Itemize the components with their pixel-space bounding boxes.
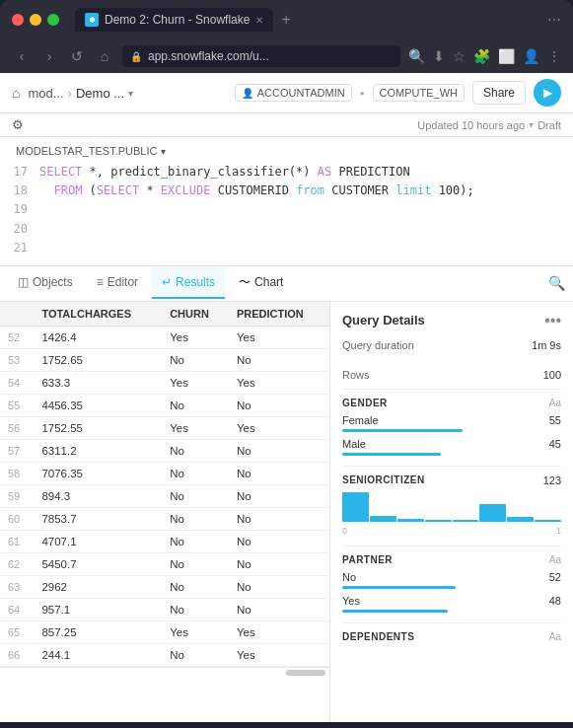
dependents-section: DEPENDENTS Aa bbox=[342, 631, 561, 642]
sql-code-block[interactable]: 17 SELECT *, predict_binary_classifier(*… bbox=[0, 163, 573, 257]
table-row: 62 5450.7 No No bbox=[0, 552, 329, 575]
col-totalcharges[interactable]: TOTALCHARGES bbox=[34, 302, 162, 327]
minimize-window-button[interactable] bbox=[30, 14, 41, 26]
home-icon[interactable]: ⌂ bbox=[12, 85, 20, 101]
run-icon: ▶ bbox=[543, 86, 552, 100]
breadcrumb-current[interactable]: Demo ... ▾ bbox=[76, 86, 133, 101]
col-prediction[interactable]: PREDICTION bbox=[229, 302, 329, 327]
female-bar-wrap bbox=[342, 429, 561, 432]
lock-icon: 🔒 bbox=[130, 51, 142, 62]
app-content: ⌂ mod... › Demo ... ▾ 👤 ACCOUNTADMIN ● C… bbox=[0, 73, 573, 722]
row-number: 53 bbox=[0, 348, 34, 371]
search-icon[interactable]: 🔍 bbox=[408, 48, 425, 64]
female-count: 55 bbox=[549, 414, 561, 426]
browser-sidebar-icon[interactable]: ⬜ bbox=[498, 48, 515, 64]
tab-objects[interactable]: ◫ Objects bbox=[8, 267, 83, 299]
profile-avatar[interactable]: 👤 bbox=[523, 48, 539, 64]
table-row: 52 1426.4 Yes Yes bbox=[0, 326, 329, 348]
panel-title: Query Details bbox=[342, 313, 425, 328]
partner-no-bar-wrap bbox=[342, 586, 561, 589]
cell-prediction: No bbox=[229, 348, 329, 371]
active-browser-tab[interactable]: ❄ Demo 2: Churn - Snowflake ✕ bbox=[75, 8, 273, 32]
download-icon[interactable]: ⬇ bbox=[433, 48, 445, 64]
updated-chevron-icon: ▾ bbox=[529, 119, 534, 130]
table-row: 63 2962 No No bbox=[0, 575, 329, 598]
cell-churn: Yes bbox=[162, 620, 229, 643]
tab-results[interactable]: ↵ Results bbox=[152, 267, 225, 299]
schema-chevron-icon: ▾ bbox=[161, 146, 166, 157]
tab-close-button[interactable]: ✕ bbox=[255, 15, 263, 26]
partner-no-row: No 52 bbox=[342, 571, 561, 583]
cell-totalcharges: 1752.55 bbox=[34, 416, 162, 439]
panel-menu-button[interactable]: ••• bbox=[544, 312, 561, 329]
extensions-icon[interactable]: 🧩 bbox=[473, 48, 490, 64]
results-table[interactable]: TOTALCHARGES CHURN PREDICTION 52 1426.4 … bbox=[0, 302, 330, 722]
window-controls: ⋯ bbox=[547, 12, 561, 28]
query-details-panel: Query Details ••• Query duration 1m 9s R… bbox=[330, 302, 573, 722]
senior-title: SENIORCITIZEN bbox=[342, 474, 425, 485]
scrollbar-thumb[interactable] bbox=[286, 670, 325, 676]
compute-badge[interactable]: COMPUTE_WH bbox=[373, 84, 465, 102]
row-number: 54 bbox=[0, 371, 34, 394]
col-churn[interactable]: CHURN bbox=[162, 302, 229, 327]
breadcrumb-separator: › bbox=[68, 86, 72, 101]
data-table: TOTALCHARGES CHURN PREDICTION 52 1426.4 … bbox=[0, 302, 329, 667]
tab-search-icon[interactable]: 🔍 bbox=[548, 275, 565, 291]
sql-text-17: SELECT *, predict_binary_classifier(*) A… bbox=[39, 163, 410, 182]
cell-prediction: Yes bbox=[229, 620, 329, 643]
sql-line-18: 18 FROM (SELECT * EXCLUDE CUSTOMERID fro… bbox=[8, 182, 565, 200]
sql-line-21: 21 bbox=[8, 239, 565, 257]
maximize-window-button[interactable] bbox=[47, 14, 59, 26]
hist-bar-4 bbox=[425, 520, 452, 522]
male-label: Male bbox=[342, 438, 366, 450]
partner-section-header: PARTNER Aa bbox=[342, 554, 561, 565]
back-button[interactable]: ‹ bbox=[12, 48, 32, 64]
senior-section-header: SENIORCITIZEN 123 bbox=[342, 474, 561, 486]
table-row: 57 6311.2 No No bbox=[0, 439, 329, 462]
run-button[interactable]: ▶ bbox=[534, 79, 561, 107]
cell-churn: No bbox=[162, 575, 229, 598]
main-content: TOTALCHARGES CHURN PREDICTION 52 1426.4 … bbox=[0, 302, 573, 722]
senior-axis: 0 1 bbox=[342, 526, 561, 536]
filter-settings-icon[interactable]: ⚙ bbox=[12, 117, 24, 132]
row-number: 66 bbox=[0, 643, 34, 666]
table-scrollbar[interactable] bbox=[0, 667, 329, 678]
hist-bar-2 bbox=[370, 516, 396, 522]
partner-title: PARTNER bbox=[342, 554, 393, 565]
senior-count: 123 bbox=[543, 474, 561, 486]
home-button[interactable]: ⌂ bbox=[95, 48, 114, 64]
browser-chrome: ❄ Demo 2: Churn - Snowflake ✕ + ⋯ ‹ › ↺ … bbox=[0, 0, 573, 73]
hist-bar-6 bbox=[479, 504, 506, 522]
cell-totalcharges: 2962 bbox=[34, 575, 162, 598]
breadcrumb-mod[interactable]: mod... bbox=[28, 86, 63, 101]
address-bar[interactable]: 🔒 app.snowflake.com/u... bbox=[122, 45, 400, 67]
cell-totalcharges: 894.3 bbox=[34, 484, 162, 507]
sql-text-18: FROM (SELECT * EXCLUDE CUSTOMERID from C… bbox=[39, 182, 474, 200]
browser-menu-icon[interactable]: ⋮ bbox=[547, 48, 561, 64]
breadcrumb: mod... › Demo ... ▾ bbox=[28, 86, 133, 101]
line-number-21: 21 bbox=[8, 239, 28, 257]
axis-min: 0 bbox=[342, 526, 347, 536]
account-badge[interactable]: 👤 ACCOUNTADMIN bbox=[235, 84, 352, 102]
sql-line-17: 17 SELECT *, predict_binary_classifier(*… bbox=[8, 163, 565, 182]
hist-bar-3 bbox=[397, 519, 424, 522]
share-button[interactable]: Share bbox=[472, 81, 526, 105]
tab-chart[interactable]: 〜 Chart bbox=[229, 266, 293, 301]
close-window-button[interactable] bbox=[12, 14, 24, 26]
row-num-header bbox=[0, 302, 34, 327]
tab-editor[interactable]: ≡ Editor bbox=[87, 267, 148, 299]
cell-churn: No bbox=[162, 530, 229, 552]
reload-button[interactable]: ↺ bbox=[67, 48, 87, 64]
hist-bar-8 bbox=[535, 520, 561, 522]
star-icon[interactable]: ☆ bbox=[453, 48, 466, 64]
partner-no-count: 52 bbox=[549, 571, 561, 583]
line-number-20: 20 bbox=[8, 220, 28, 239]
forward-button[interactable]: › bbox=[39, 48, 59, 64]
cell-churn: No bbox=[162, 439, 229, 462]
divider-3 bbox=[342, 546, 561, 546]
new-tab-button[interactable]: + bbox=[277, 11, 294, 29]
schema-selector[interactable]: MODELSTAR_TEST.PUBLIC ▾ bbox=[0, 145, 573, 163]
cell-churn: No bbox=[162, 507, 229, 530]
table-row: 61 4707.1 No No bbox=[0, 530, 329, 552]
tab-chart-label: Chart bbox=[254, 275, 283, 289]
